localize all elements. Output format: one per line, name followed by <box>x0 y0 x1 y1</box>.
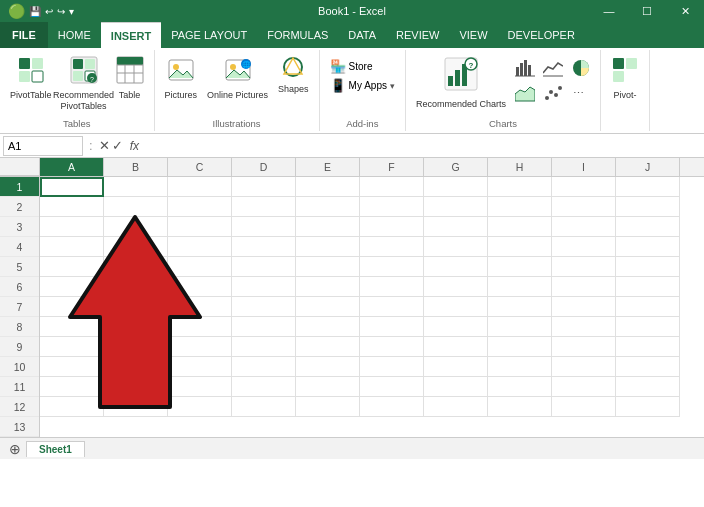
spreadsheet: A B C D E F G H I J 1 2 3 4 5 6 7 8 9 10 <box>0 158 704 437</box>
row-header-11[interactable]: 11 <box>0 377 39 397</box>
online-pictures-button[interactable]: 🌐 Online Pictures <box>203 54 272 103</box>
row-header-3[interactable]: 3 <box>0 217 39 237</box>
cell-h1[interactable] <box>488 177 552 197</box>
cancel-icon[interactable]: ✕ <box>99 138 110 153</box>
svg-rect-6 <box>85 59 95 69</box>
col-header-i[interactable]: I <box>552 158 616 176</box>
scatter-chart-button[interactable] <box>540 83 566 106</box>
svg-rect-44 <box>613 58 624 69</box>
row-header-13[interactable]: 13 <box>0 417 39 437</box>
shapes-icon <box>282 56 304 82</box>
cell-f2[interactable] <box>360 197 424 217</box>
col-header-h[interactable]: H <box>488 158 552 176</box>
pivottable-label: PivotTable <box>10 90 52 101</box>
maximize-button[interactable]: ☐ <box>628 0 666 22</box>
cell-a3[interactable] <box>40 217 104 237</box>
ribbon-group-addins: 🏪 Store 📱 My Apps ▾ Add-ins <box>320 50 406 131</box>
tab-page-layout[interactable]: PAGE LAYOUT <box>161 22 257 48</box>
table-row <box>40 357 704 377</box>
my-apps-button[interactable]: 📱 My Apps ▾ <box>326 77 399 94</box>
row-header-5[interactable]: 5 <box>0 257 39 277</box>
tab-insert[interactable]: INSERT <box>101 22 161 48</box>
cell-i2[interactable] <box>552 197 616 217</box>
recommended-charts-button[interactable]: ? Recommended Charts <box>412 54 510 112</box>
tab-file[interactable]: FILE <box>0 22 48 48</box>
row-header-2[interactable]: 2 <box>0 197 39 217</box>
cell-d1[interactable] <box>232 177 296 197</box>
name-box[interactable] <box>3 136 83 156</box>
svg-text:?: ? <box>469 61 474 70</box>
cell-e1[interactable] <box>296 177 360 197</box>
formula-input[interactable] <box>143 140 704 152</box>
svg-rect-7 <box>73 71 83 81</box>
row-header-12[interactable]: 12 <box>0 397 39 417</box>
cell-b1[interactable] <box>104 177 168 197</box>
title-bar: 🟢 💾 ↩ ↪ ▾ Book1 - Excel — ☐ ✕ <box>0 0 704 22</box>
more-charts-button[interactable]: ⋯ <box>568 83 594 106</box>
tab-home[interactable]: HOME <box>48 22 101 48</box>
cell-b2[interactable] <box>104 197 168 217</box>
table-row <box>40 237 704 257</box>
row-header-7[interactable]: 7 <box>0 297 39 317</box>
bar-chart-button[interactable] <box>512 58 538 81</box>
shapes-button[interactable]: Shapes <box>274 54 313 97</box>
pivottable-icon <box>17 56 45 88</box>
col-header-b[interactable]: B <box>104 158 168 176</box>
store-button[interactable]: 🏪 Store <box>326 58 399 75</box>
line-chart-button[interactable] <box>540 58 566 81</box>
shapes-label: Shapes <box>278 84 309 95</box>
ribbon-group-tables: PivotTable ? Recommended PivotTables Tab… <box>0 50 155 131</box>
cell-a1[interactable] <box>40 177 104 197</box>
cell-g2[interactable] <box>424 197 488 217</box>
cell-b3[interactable] <box>104 217 168 237</box>
my-apps-label: My Apps <box>349 80 387 91</box>
svg-text:🌐: 🌐 <box>241 60 250 69</box>
cell-c2[interactable] <box>168 197 232 217</box>
col-header-f[interactable]: F <box>360 158 424 176</box>
table-row <box>40 337 704 357</box>
pictures-button[interactable]: Pictures <box>161 54 202 103</box>
recommended-charts-label: Recommended Charts <box>416 99 506 110</box>
tab-review[interactable]: REVIEW <box>386 22 449 48</box>
cell-a2[interactable] <box>40 197 104 217</box>
recommended-pivottables-button[interactable]: ? Recommended PivotTables <box>58 54 110 114</box>
tab-formulas[interactable]: FORMULAS <box>257 22 338 48</box>
cell-h2[interactable] <box>488 197 552 217</box>
row-header-8[interactable]: 8 <box>0 317 39 337</box>
row-header-10[interactable]: 10 <box>0 357 39 377</box>
col-header-c[interactable]: C <box>168 158 232 176</box>
cell-g1[interactable] <box>424 177 488 197</box>
svg-rect-32 <box>520 63 523 76</box>
col-header-a[interactable]: A <box>40 158 104 176</box>
area-chart-button[interactable] <box>512 83 538 106</box>
spreadsheet-container: A B C D E F G H I J 1 2 3 4 5 6 7 8 9 10 <box>0 158 704 459</box>
close-button[interactable]: ✕ <box>666 0 704 22</box>
cell-j2[interactable] <box>616 197 680 217</box>
pivottable-button[interactable]: PivotTable <box>6 54 56 103</box>
cell-c1[interactable] <box>168 177 232 197</box>
tab-data[interactable]: DATA <box>338 22 386 48</box>
row-header-9[interactable]: 9 <box>0 337 39 357</box>
cell-d2[interactable] <box>232 197 296 217</box>
add-sheet-button[interactable]: ⊕ <box>4 441 26 457</box>
minimize-button[interactable]: — <box>590 0 628 22</box>
col-header-j[interactable]: J <box>616 158 680 176</box>
row-header-1[interactable]: 1 <box>0 177 39 197</box>
tab-developer[interactable]: DEVELOPER <box>498 22 585 48</box>
row-header-6[interactable]: 6 <box>0 277 39 297</box>
table-button[interactable]: Table <box>112 54 148 103</box>
cell-i1[interactable] <box>552 177 616 197</box>
col-header-d[interactable]: D <box>232 158 296 176</box>
col-header-g[interactable]: G <box>424 158 488 176</box>
row-header-4[interactable]: 4 <box>0 237 39 257</box>
col-header-e[interactable]: E <box>296 158 360 176</box>
pivot-button[interactable]: Pivot- <box>607 54 643 103</box>
tab-view[interactable]: VIEW <box>449 22 497 48</box>
sheet-tab-1[interactable]: Sheet1 <box>26 441 85 457</box>
confirm-icon[interactable]: ✓ <box>112 138 123 153</box>
svg-rect-3 <box>32 71 43 82</box>
cell-e2[interactable] <box>296 197 360 217</box>
cell-j1[interactable] <box>616 177 680 197</box>
cell-f1[interactable] <box>360 177 424 197</box>
pie-chart-button[interactable] <box>568 58 594 81</box>
